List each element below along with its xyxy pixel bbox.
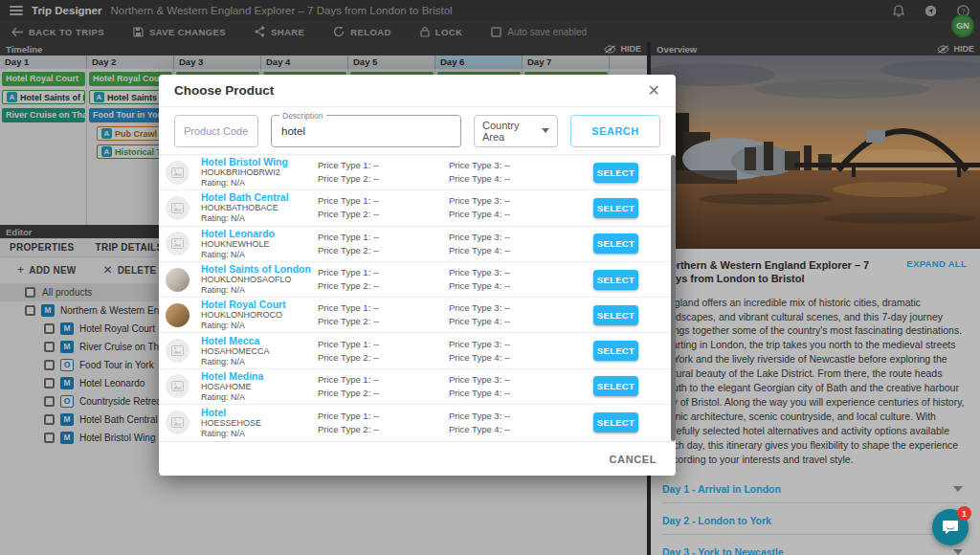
product-code: HOUKNEWHOLE xyxy=(201,239,318,250)
select-button[interactable]: SELECT xyxy=(593,341,638,361)
product-row: Hotel MeccaHOSAHOMECCARating: N/A Price … xyxy=(159,333,676,368)
product-name-link[interactable]: Hotel Medina xyxy=(201,370,318,382)
product-rating: Rating: N/A xyxy=(201,429,318,439)
product-thumbnail xyxy=(166,303,189,327)
product-code: HOUKBATHOBACE xyxy=(201,203,318,213)
image-placeholder-icon xyxy=(171,381,184,391)
product-thumbnail xyxy=(166,339,189,363)
product-thumbnail xyxy=(166,196,189,220)
product-thumbnail xyxy=(166,161,189,185)
select-button[interactable]: SELECT xyxy=(593,270,638,290)
select-button[interactable]: SELECT xyxy=(593,198,638,218)
product-name-link[interactable]: Hotel xyxy=(201,407,318,418)
product-name-link[interactable]: Hotel Bath Central xyxy=(201,191,318,203)
product-row: Hotel MedinaHOSAHOMERating: N/A Price Ty… xyxy=(159,369,676,405)
product-row: HotelHOESSEHOSERating: N/A Price Type 1:… xyxy=(159,405,676,440)
product-row: Hotel LeonardoHOUKNEWHOLERating: N/A Pri… xyxy=(159,227,676,262)
product-thumbnail xyxy=(166,268,189,292)
product-rating: Rating: N/A xyxy=(201,250,318,260)
product-name-link[interactable]: Hotel Saints of London xyxy=(201,263,318,275)
product-code: HOSAHOME xyxy=(201,382,318,392)
product-row: Hotel Bath CentralHOUKBATHOBACERating: N… xyxy=(159,190,676,226)
product-code: HOSAHOMECCA xyxy=(201,346,318,357)
chat-notification-badge: 1 xyxy=(957,506,971,521)
app-window: Trip Designer Northern & Western England… xyxy=(0,0,980,555)
image-placeholder-icon xyxy=(171,417,184,428)
product-row: Hotel Bristol WingHOUKBRIHOBRWI2Rating: … xyxy=(159,155,676,190)
product-thumbnail xyxy=(166,411,189,434)
image-placeholder-icon xyxy=(171,203,184,213)
select-button[interactable]: SELECT xyxy=(593,412,638,433)
image-placeholder-icon xyxy=(171,167,184,178)
chat-widget-button[interactable]: 1 xyxy=(932,509,969,545)
product-code: HOUKLONHOSAOFLO xyxy=(201,275,318,285)
product-rating: Rating: N/A xyxy=(201,178,318,189)
product-code: HOESSEHOSE xyxy=(201,418,318,429)
search-button[interactable]: SEARCH xyxy=(570,115,660,147)
select-button[interactable]: SELECT xyxy=(593,376,638,396)
product-row: Hotel Saints of LondonHOUKLONHOSAOFLORat… xyxy=(159,262,676,298)
product-name-link[interactable]: Hotel Royal Court xyxy=(201,299,318,310)
select-button[interactable]: SELECT xyxy=(593,163,638,183)
choose-product-modal: Choose Product ✕ Description Country Are… xyxy=(159,75,676,476)
product-name-link[interactable]: Hotel Mecca xyxy=(201,335,318,346)
modal-title: Choose Product xyxy=(174,83,274,98)
product-rating: Rating: N/A xyxy=(201,392,318,403)
product-thumbnail xyxy=(166,232,189,255)
product-code: HOUKLONHOROCO xyxy=(201,310,318,321)
chat-bubble-icon xyxy=(942,520,959,535)
product-row: Hotel Royal CourtHOUKLONHOROCORating: N/… xyxy=(159,298,676,333)
product-rating: Rating: N/A xyxy=(201,213,318,224)
country-area-select[interactable]: Country Area xyxy=(474,115,558,147)
product-name-link[interactable]: Hotel Bristol Wing xyxy=(201,156,318,167)
product-results-list: Hotel Bristol WingHOUKBRIHOBRWI2Rating: … xyxy=(159,155,676,441)
description-field: Description xyxy=(271,115,461,147)
product-rating: Rating: N/A xyxy=(201,357,318,367)
cancel-button[interactable]: CANCEL xyxy=(610,454,657,465)
select-button[interactable]: SELECT xyxy=(593,305,638,325)
product-thumbnail xyxy=(166,374,189,398)
product-rating: Rating: N/A xyxy=(201,285,318,296)
product-code-input[interactable] xyxy=(174,115,258,147)
modal-list-scrollbar[interactable] xyxy=(671,155,676,441)
modal-search-bar: Description Country Area SEARCH xyxy=(159,107,676,155)
image-placeholder-icon xyxy=(171,238,184,249)
image-placeholder-icon xyxy=(171,345,184,356)
description-field-label: Description xyxy=(279,111,326,121)
close-icon[interactable]: ✕ xyxy=(648,83,660,99)
product-code: HOUKBRIHOBRWI2 xyxy=(201,167,318,178)
product-name-link[interactable]: Hotel Leonardo xyxy=(201,228,318,239)
product-rating: Rating: N/A xyxy=(201,321,318,331)
select-button[interactable]: SELECT xyxy=(593,233,638,254)
dropdown-caret-icon xyxy=(542,128,549,133)
